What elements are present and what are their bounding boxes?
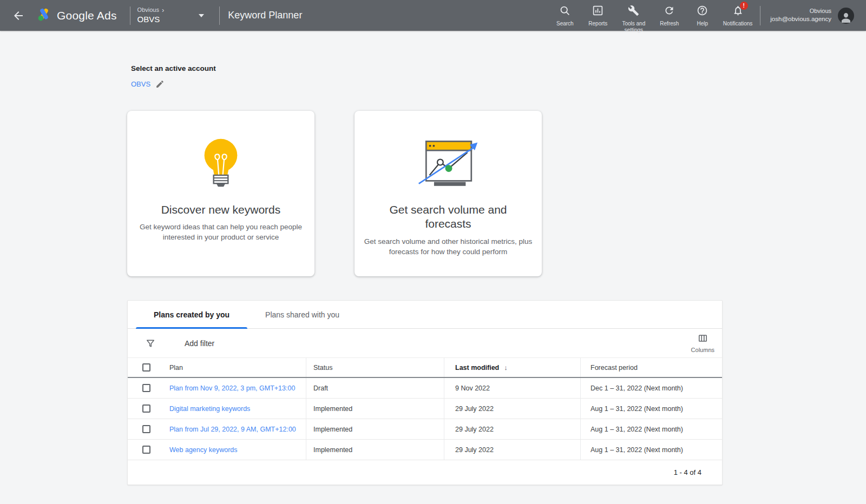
select-all-checkbox[interactable]	[142, 363, 150, 372]
person-icon	[839, 11, 852, 24]
plan-link[interactable]: Web agency keywords	[169, 446, 238, 454]
nav-tools-and-settings[interactable]: Tools and settings	[619, 5, 649, 34]
column-header-forecast-period[interactable]: Forecast period	[581, 358, 722, 377]
lightbulb-icon	[196, 137, 246, 189]
header-divider	[760, 6, 760, 25]
google-ads-logo[interactable]: Google Ads	[37, 8, 117, 23]
plan-link[interactable]: Plan from Jul 29, 2022, 9 AM, GMT+12:00	[169, 426, 296, 433]
section-title: Select an active account	[131, 64, 723, 72]
avatar[interactable]	[838, 8, 854, 24]
tab-plans-shared-with-you[interactable]: Plans shared with you	[247, 301, 357, 328]
filter-funnel-icon[interactable]	[145, 338, 156, 349]
plan-last-modified: 29 July 2022	[444, 440, 581, 460]
reports-icon	[592, 5, 603, 18]
add-filter-button[interactable]: Add filter	[185, 339, 214, 348]
search-icon	[559, 5, 570, 18]
columns-icon	[698, 333, 708, 346]
plan-forecast-period: Aug 1 – 31, 2022 (Next month)	[581, 440, 722, 460]
columns-label: Columns	[691, 347, 714, 353]
filter-row: Add filter Columns	[128, 329, 722, 358]
nav-notifications[interactable]: ! Notifications	[723, 5, 752, 27]
column-header-last-modified[interactable]: Last modified ↓	[444, 358, 581, 377]
plan-status: Draft	[306, 378, 444, 398]
table-row: Digital marketing keywords Implemented 2…	[128, 399, 722, 419]
header-nav: Search Reports Tools and settings Refres…	[553, 0, 752, 34]
plan-link[interactable]: Plan from Nov 9, 2022, 3 pm, GMT+13:00	[169, 384, 295, 392]
column-header-status[interactable]: Status	[306, 358, 444, 377]
nav-reports[interactable]: Reports	[586, 5, 611, 27]
action-cards: Discover new keywords Get keyword ideas …	[127, 111, 723, 276]
card-title: Discover new keywords	[161, 203, 281, 217]
plan-forecast-period: Dec 1 – 31, 2022 (Next month)	[581, 378, 722, 398]
active-account-link[interactable]: OBVS	[131, 80, 150, 88]
header-divider	[219, 6, 220, 25]
row-checkbox[interactable]	[142, 425, 150, 433]
header-divider	[130, 6, 130, 25]
edit-pencil-icon[interactable]	[155, 79, 165, 89]
bell-icon: !	[732, 5, 744, 18]
plan-last-modified: 29 July 2022	[444, 399, 581, 419]
nav-refresh[interactable]: Refresh	[657, 5, 682, 27]
account-email: josh@obvious.agency	[770, 15, 831, 24]
breadcrumb-parent: Obvious	[137, 6, 159, 14]
columns-button[interactable]: Columns	[691, 333, 714, 353]
page-title: Keyword Planner	[228, 10, 302, 21]
account-breadcrumb[interactable]: Obvious › OBVS	[137, 6, 165, 25]
row-checkbox[interactable]	[142, 446, 150, 454]
table-row: Plan from Nov 9, 2022, 3 pm, GMT+13:00 D…	[128, 378, 722, 399]
search-volume-forecasts-card[interactable]: Get search volume and forecasts Get sear…	[355, 111, 542, 276]
row-checkbox[interactable]	[142, 384, 150, 392]
plan-last-modified: 9 Nov 2022	[444, 378, 581, 398]
back-arrow-icon[interactable]	[12, 9, 25, 22]
app-header: Google Ads Obvious › OBVS Keyword Planne…	[0, 0, 866, 31]
google-ads-logo-icon	[37, 8, 51, 23]
account-name: Obvious	[770, 7, 831, 15]
table-footer: 1 - 4 of 4	[128, 460, 722, 485]
row-checkbox[interactable]	[142, 404, 150, 413]
tab-plans-created-by-you[interactable]: Plans created by you	[136, 301, 247, 328]
logo-text: Google Ads	[57, 9, 117, 22]
plan-status: Implemented	[306, 440, 444, 460]
card-title: Get search volume and forecasts	[380, 203, 516, 231]
plan-status: Implemented	[306, 419, 444, 439]
notification-badge: !	[740, 2, 748, 10]
pagination-range: 1 - 4 of 4	[674, 468, 701, 476]
plan-status: Implemented	[306, 399, 444, 419]
chart-window-icon	[415, 137, 482, 189]
sort-descending-icon: ↓	[504, 363, 508, 372]
account-dropdown-caret-icon[interactable]	[199, 14, 204, 17]
main-content: Select an active account OBVS Discov	[127, 64, 723, 485]
plan-forecast-period: Aug 1 – 31, 2022 (Next month)	[581, 399, 722, 419]
plan-link[interactable]: Digital marketing keywords	[169, 405, 250, 413]
plans-panel: Plans created by you Plans shared with y…	[127, 300, 723, 485]
nav-search[interactable]: Search	[553, 5, 578, 27]
breadcrumb-account: OBVS	[137, 15, 165, 25]
account-info: Obvious josh@obvious.agency	[770, 7, 831, 23]
nav-help[interactable]: Help	[690, 5, 715, 27]
table-row: Plan from Jul 29, 2022, 9 AM, GMT+12:00 …	[128, 419, 722, 440]
refresh-icon	[664, 5, 675, 18]
table-header-row: Plan Status Last modified ↓ Forecast per…	[128, 358, 722, 378]
plan-forecast-period: Aug 1 – 31, 2022 (Next month)	[581, 419, 722, 439]
column-header-plan[interactable]: Plan	[158, 358, 306, 377]
plans-tabs: Plans created by you Plans shared with y…	[128, 301, 722, 329]
wrench-icon	[628, 5, 639, 18]
help-icon	[697, 5, 708, 18]
plan-last-modified: 29 July 2022	[444, 419, 581, 439]
chevron-right-icon: ›	[162, 6, 164, 14]
discover-keywords-card[interactable]: Discover new keywords Get keyword ideas …	[127, 111, 314, 276]
table-row: Web agency keywords Implemented 29 July …	[128, 440, 722, 460]
card-description: Get keyword ideas that can help you reac…	[132, 222, 310, 242]
active-account-row: OBVS	[131, 79, 723, 89]
card-description: Get search volume and other historical m…	[359, 236, 537, 257]
